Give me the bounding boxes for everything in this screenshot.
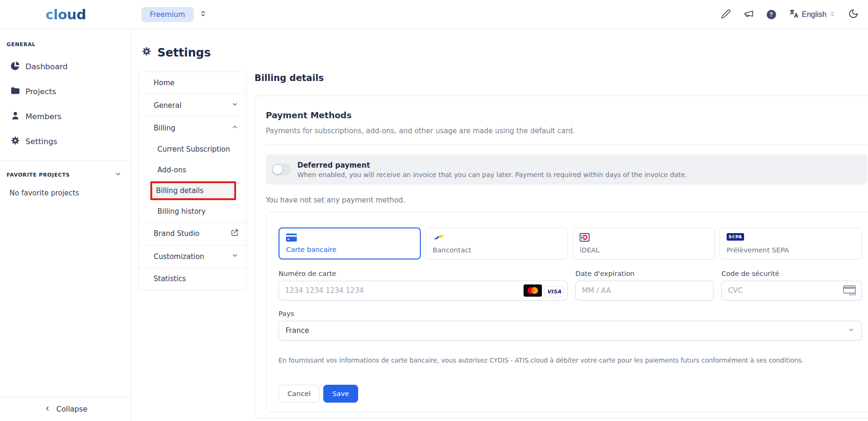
- settings-nav-billing-details[interactable]: Billing details: [150, 181, 236, 200]
- settings-nav-home[interactable]: Home: [139, 72, 246, 94]
- chevron-down-icon: [231, 252, 238, 261]
- user-icon: [10, 111, 20, 122]
- payment-methods-card: Payment Methods Payments for subscriptio…: [254, 96, 868, 419]
- sepa-icon: S€PA: [727, 233, 744, 241]
- settings-nav-general[interactable]: General: [139, 94, 246, 116]
- country-select[interactable]: France: [278, 321, 862, 340]
- toggle-knob: [273, 165, 282, 174]
- tab-label: Prélèvement SEPA: [727, 246, 789, 254]
- sidebar-item-label: Settings: [25, 137, 57, 146]
- chevron-down-icon[interactable]: [115, 170, 122, 179]
- megaphone-icon: [744, 8, 754, 20]
- sidebar-item-label: Projects: [25, 87, 56, 96]
- expiry-label: Date d'expiration: [575, 270, 714, 277]
- sidebar-section-general: GENERAL: [0, 29, 131, 49]
- main-content: Settings Home General Billing: [131, 29, 868, 421]
- settings-nav-current-subscription[interactable]: Current Subscription: [139, 139, 246, 160]
- page-title: Settings: [141, 46, 868, 59]
- favorites-empty-text: No favorite projects: [0, 181, 131, 197]
- sidebar: GENERAL Dashboard Projects: [0, 29, 131, 421]
- payment-method-tabs: Carte bancaire Bancontact: [278, 227, 862, 259]
- section-title: Billing details: [254, 73, 868, 83]
- expiry-input[interactable]: [575, 281, 714, 300]
- settings-nav: Home General Billing: [138, 72, 246, 290]
- divider: [266, 145, 868, 145]
- no-payment-method-text: You have not set any payment method.: [266, 196, 868, 204]
- language-selector[interactable]: English: [789, 8, 835, 20]
- settings-nav-statistics[interactable]: Statistics: [139, 267, 246, 290]
- bancontact-icon: [433, 233, 445, 242]
- tab-label: Carte bancaire: [286, 246, 336, 253]
- gear-icon: [10, 136, 20, 147]
- sidebar-item-members[interactable]: Members: [0, 104, 131, 129]
- favorite-projects-header[interactable]: FAVORITE PROJECTS: [0, 161, 131, 181]
- chevron-up-down-icon: [829, 11, 835, 18]
- sidebar-nav: Dashboard Projects Members: [0, 49, 131, 154]
- gear-icon: [141, 46, 152, 59]
- plan-badge[interactable]: Freemium: [141, 7, 194, 22]
- moon-icon: [848, 8, 859, 20]
- app-logo: cloud: [46, 7, 86, 23]
- help-icon: ?: [767, 10, 776, 19]
- pencil-icon: [721, 9, 731, 20]
- add-payment-method-form: Carte bancaire Bancontact: [266, 212, 868, 413]
- billing-details-panel: Billing details Payment Methods Payments…: [254, 72, 868, 419]
- tab-label: iDEAL: [580, 246, 599, 254]
- chevron-down-icon: [231, 101, 238, 110]
- country-label: Pays: [278, 310, 862, 317]
- deferred-payment-description: When enabled, you will receive an invoic…: [297, 171, 687, 178]
- settings-nav-brand-studio[interactable]: Brand Studio: [139, 222, 246, 245]
- language-label: English: [802, 10, 827, 19]
- save-button[interactable]: Save: [323, 385, 358, 403]
- cvc-label: Code de sécurité: [721, 270, 862, 277]
- card-authorization-disclaimer: En fournissant vos informations de carte…: [278, 356, 862, 364]
- folder-icon: [10, 86, 20, 97]
- announcements-button[interactable]: [744, 8, 754, 20]
- country-value: France: [286, 326, 309, 335]
- sidebar-section-favorites: FAVORITE PROJECTS: [7, 172, 70, 178]
- settings-nav-billing-details-row: Billing details: [139, 180, 246, 201]
- ideal-icon: [580, 233, 590, 243]
- chevron-up-down-icon[interactable]: [199, 10, 207, 19]
- svg-text:123: 123: [849, 292, 856, 296]
- header-actions: ? English: [721, 8, 868, 20]
- pie-chart-icon: [10, 61, 20, 73]
- deferred-payment-banner: Deferred payment When enabled, you will …: [266, 154, 868, 185]
- chevron-left-icon: [44, 405, 51, 414]
- tab-label: Bancontact: [433, 246, 471, 254]
- help-button[interactable]: ?: [767, 10, 776, 19]
- cancel-button[interactable]: Cancel: [278, 385, 319, 403]
- settings-nav-billing-history[interactable]: Billing history: [139, 201, 246, 222]
- plan-selector[interactable]: Freemium: [141, 7, 207, 22]
- deferred-payment-label: Deferred payment: [297, 161, 687, 170]
- top-bar: cloud Freemium ?: [0, 0, 868, 29]
- sidebar-item-projects[interactable]: Projects: [0, 79, 131, 104]
- card-title: Payment Methods: [266, 110, 868, 120]
- external-link-icon: [231, 229, 238, 238]
- tab-bancontact[interactable]: Bancontact: [426, 227, 568, 259]
- edit-button[interactable]: [721, 9, 731, 20]
- settings-nav-billing[interactable]: Billing: [139, 116, 246, 139]
- dark-mode-toggle[interactable]: [848, 8, 859, 20]
- sidebar-item-label: Members: [25, 112, 61, 121]
- collapse-label: Collapse: [57, 405, 88, 413]
- credit-card-icon: [286, 234, 297, 243]
- tab-carte-bancaire[interactable]: Carte bancaire: [278, 227, 421, 259]
- sidebar-collapse-button[interactable]: Collapse: [0, 397, 131, 421]
- cvc-card-icon: 123: [843, 285, 857, 298]
- translate-icon: [789, 8, 799, 20]
- sidebar-item-dashboard[interactable]: Dashboard: [0, 54, 131, 79]
- deferred-payment-toggle[interactable]: [272, 164, 291, 175]
- settings-nav-customization[interactable]: Customization: [139, 245, 246, 267]
- chevron-up-icon: [231, 123, 238, 132]
- visa-icon: VISA: [544, 286, 564, 297]
- tab-ideal[interactable]: iDEAL: [573, 227, 715, 259]
- sidebar-item-label: Dashboard: [25, 62, 68, 71]
- sidebar-item-settings[interactable]: Settings: [0, 129, 131, 154]
- cvc-input[interactable]: [721, 281, 862, 300]
- settings-nav-add-ons[interactable]: Add-ons: [139, 160, 246, 180]
- logo-area: cloud: [0, 7, 131, 23]
- mastercard-icon: [524, 284, 542, 299]
- tab-sepa[interactable]: S€PA Prélèvement SEPA: [720, 227, 862, 259]
- card-number-label: Numéro de carte: [278, 270, 568, 277]
